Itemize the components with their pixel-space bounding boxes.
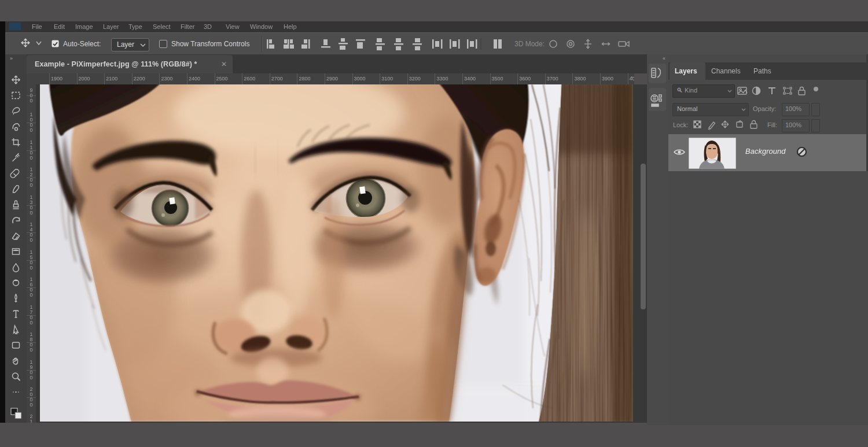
svg-text:3D Mode:: 3D Mode: bbox=[514, 40, 545, 48]
svg-text:»: » bbox=[10, 56, 13, 61]
